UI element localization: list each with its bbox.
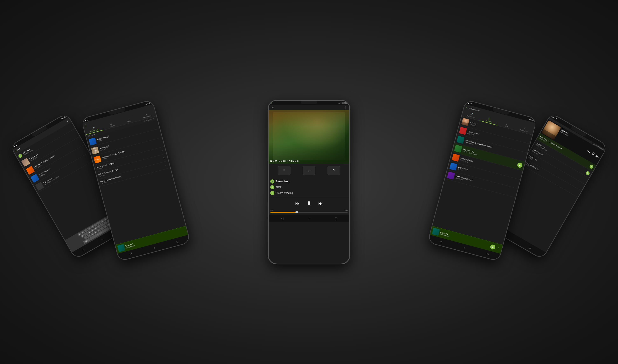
track-mic-icon: 🎤 bbox=[270, 180, 275, 183]
playing-indicator: ▶ bbox=[585, 170, 591, 176]
album-title: NEW BEGINNINGS bbox=[270, 160, 299, 162]
recent-button[interactable]: □ bbox=[176, 240, 179, 243]
album-tab-icon: ◎ bbox=[488, 117, 491, 120]
phone-3: ♪ ▲ ▮ 11:01 ↗ ⋮ NEW BEGINNINGS bbox=[268, 100, 350, 264]
phone-3-notch bbox=[301, 101, 317, 104]
tab-tracks-label: Треки bbox=[127, 120, 131, 122]
pause-button[interactable]: ⏸ bbox=[305, 200, 313, 207]
expand-icon[interactable]: ▶ bbox=[163, 156, 166, 159]
phones-showcase: ▲▲ 10:53 ♪ 3rd ✕ 🎤 3rd Coast Исполнитель bbox=[21, 17, 597, 347]
progress-total: 5:10 bbox=[344, 209, 348, 211]
item-thumb bbox=[21, 158, 30, 167]
phone-3-nav-bar: ◁ ○ □ bbox=[269, 215, 349, 222]
more-options-icon[interactable]: ⋮ bbox=[496, 246, 500, 250]
tracks-tab-icon: ♪ bbox=[128, 117, 130, 120]
signal-icon: ▲ ⊡ bbox=[468, 102, 472, 105]
phone-1-signal-icons: ▲▲ bbox=[13, 144, 17, 147]
signal-icon: ▲▲ bbox=[13, 144, 17, 147]
now-playing-thumb bbox=[117, 244, 125, 252]
track-title-row: 🎤 Smart lamp bbox=[269, 179, 349, 184]
item-thumb-sunshine: Sunsh. bbox=[94, 155, 102, 163]
phone-3-screen: ♪ ▲ ▮ 11:01 ↗ ⋮ NEW BEGINNINGS bbox=[269, 101, 349, 264]
back-button[interactable]: ◁ bbox=[129, 252, 132, 256]
item-thumb bbox=[456, 136, 465, 144]
track-playlist-icon: ♪ bbox=[270, 191, 275, 195]
track-album-icon: ◎ bbox=[270, 185, 275, 189]
back-button[interactable]: ◁ bbox=[82, 248, 85, 252]
phone-2-time: 14:10 bbox=[145, 102, 150, 105]
item-thumb-hole bbox=[89, 137, 96, 145]
phone-3-time: 11:01 bbox=[342, 102, 347, 104]
item-thumb bbox=[30, 174, 40, 183]
music-note-icon: ♪ bbox=[271, 102, 272, 104]
recent-button[interactable]: □ bbox=[528, 246, 532, 249]
music-note-icon: ♪ bbox=[466, 106, 467, 109]
repeat-button[interactable]: ↻ bbox=[328, 166, 340, 175]
battery-icon: ▮ bbox=[341, 102, 342, 104]
progress-current: 1:44 bbox=[270, 209, 274, 211]
item-thumb: ♪ bbox=[35, 182, 44, 191]
item-thumb-sand: SANANGEL bbox=[91, 146, 99, 154]
player-top-bar: ↗ ⋮ bbox=[269, 105, 349, 110]
more-icon[interactable]: ⋮ bbox=[343, 105, 347, 109]
expand-icon[interactable]: ▲ bbox=[152, 117, 155, 120]
tracks-tab-icon: ♪ bbox=[506, 122, 508, 125]
playlist-button[interactable]: ≡ bbox=[278, 166, 290, 175]
skip-next-button[interactable]: ⏭ bbox=[594, 154, 600, 159]
item-thumb bbox=[459, 127, 467, 135]
playlist-tab-icon: ≡ bbox=[524, 127, 525, 130]
tab-tracks-label: Треки bbox=[504, 125, 508, 127]
mic-tab-icon: 🎤 bbox=[92, 127, 95, 130]
phone-3-right-status: ▲ ▮ 11:01 bbox=[338, 102, 347, 104]
recent-button[interactable]: □ bbox=[487, 252, 489, 256]
home-button[interactable]: ○ bbox=[100, 237, 104, 241]
progress-fill bbox=[270, 212, 297, 213]
home-button[interactable]: ○ bbox=[308, 217, 310, 220]
mic-icon: 🎤 bbox=[18, 153, 23, 158]
progress-thumb bbox=[295, 211, 298, 213]
shuffle-button[interactable]: ⇌ bbox=[303, 166, 315, 175]
playback-controls: ⏮ ⏸ ⏭ bbox=[269, 199, 349, 208]
track-playlist: Dream wedding bbox=[276, 192, 293, 195]
item-thumb bbox=[454, 145, 462, 153]
playing-indicator: ▶ bbox=[589, 164, 594, 169]
close-icon[interactable]: ✕ bbox=[66, 119, 69, 123]
share-icon[interactable]: ↗ bbox=[271, 105, 274, 109]
expand-icon[interactable]: ▶ bbox=[165, 164, 168, 166]
back-button[interactable]: ◁ bbox=[281, 217, 283, 220]
track-album-row: ◎ ABGB bbox=[269, 184, 349, 190]
item-thumb bbox=[452, 154, 460, 162]
prev-track-button[interactable]: ⏮ bbox=[294, 200, 301, 207]
wifi-icon: ▲ bbox=[338, 102, 340, 104]
recent-button[interactable]: □ bbox=[335, 217, 337, 220]
progress-track[interactable] bbox=[270, 212, 348, 213]
track-album: ABGB bbox=[276, 186, 282, 189]
playlist-tab-icon: ≡ bbox=[145, 113, 147, 116]
phone-4-signal: ▲ ⊡ bbox=[468, 102, 472, 105]
mini-play-button[interactable]: ▶ bbox=[490, 244, 496, 250]
phone-2-signal: ▲ ⊡ bbox=[84, 118, 89, 121]
expand-icon[interactable]: ▶ bbox=[161, 149, 164, 152]
album-tab-icon: ◎ bbox=[110, 122, 112, 125]
progress-times: 1:44 5:10 bbox=[270, 209, 348, 211]
next-track-button[interactable]: ⏭ bbox=[317, 200, 324, 207]
home-button[interactable]: ○ bbox=[153, 246, 155, 250]
back-button[interactable]: ◁ bbox=[439, 240, 442, 243]
playing-indicator: ▶ bbox=[517, 162, 523, 168]
album-art: NEW BEGINNINGS bbox=[269, 110, 349, 164]
mic-tab-icon: 🎤 bbox=[470, 113, 473, 116]
phone-3-signal: ♪ bbox=[271, 102, 272, 104]
music-note-icon: ♪ bbox=[84, 123, 87, 127]
item-thumb bbox=[26, 166, 35, 175]
now-playing-thumb bbox=[432, 228, 440, 236]
tab-albums-label: Альбомы bbox=[109, 125, 115, 128]
track-title: Smart lamp bbox=[276, 180, 290, 183]
item-thumb bbox=[461, 118, 469, 126]
phone-4-time: 14:10 bbox=[529, 118, 534, 121]
item-thumb bbox=[449, 163, 457, 170]
track-playlist-row: ♪ Dream wedding bbox=[269, 190, 349, 196]
progress-bar-container: 1:44 5:10 bbox=[269, 208, 349, 213]
control-buttons-row: ≡ ⇌ ↻ bbox=[269, 164, 349, 177]
item-thumb bbox=[447, 171, 455, 180]
home-button[interactable]: ○ bbox=[463, 246, 466, 250]
